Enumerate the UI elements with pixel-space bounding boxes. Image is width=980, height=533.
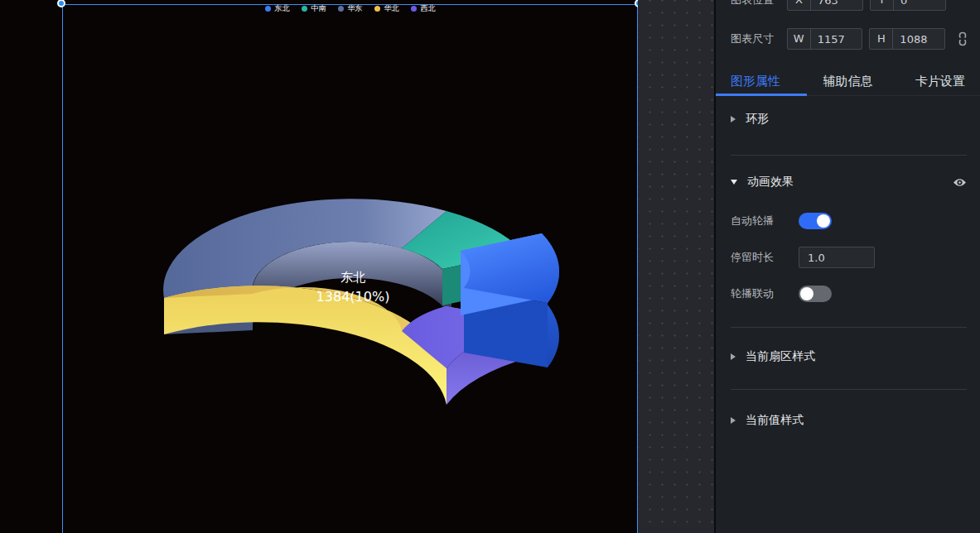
toggle-knob xyxy=(800,287,813,300)
legend-dot-icon xyxy=(302,6,307,12)
tab-card-settings[interactable]: 卡片设置 xyxy=(915,74,965,89)
chevron-right-icon xyxy=(731,116,736,122)
section-ring-label: 环形 xyxy=(746,112,769,127)
properties-panel: 图表位置 X Y 图表尺寸 W H xyxy=(714,0,980,533)
toggle-knob xyxy=(817,214,830,228)
legend-label: 西北 xyxy=(421,3,436,14)
size-h-tag: H xyxy=(870,29,893,49)
section-animation-label: 动画效果 xyxy=(747,175,794,190)
position-y-box: Y xyxy=(870,0,946,11)
section-ring[interactable]: 环形 xyxy=(716,108,980,131)
legend-item-huadong[interactable]: 华东 xyxy=(338,3,363,14)
dwell-time-field: 停留时长 xyxy=(716,246,980,269)
chart-size-label: 图表尺寸 xyxy=(731,31,787,46)
section-current-sector-style[interactable]: 当前扇区样式 xyxy=(716,345,980,368)
section-current-value-style[interactable]: 当前值样式 xyxy=(716,409,980,432)
chevron-right-icon xyxy=(731,353,736,360)
legend-item-huabei[interactable]: 华北 xyxy=(374,3,399,14)
section-current-sector-label: 当前扇区样式 xyxy=(746,349,815,364)
dwell-time-label: 停留时长 xyxy=(731,250,799,265)
legend-dot-icon xyxy=(338,6,344,12)
position-y-input[interactable] xyxy=(894,0,944,7)
editor-stage: 东北 1384(10%) 东北 中南 华东 华北 xyxy=(0,0,980,533)
chevron-right-icon xyxy=(731,417,736,424)
size-h-box: H xyxy=(869,28,945,50)
divider xyxy=(731,389,967,390)
size-w-tag: W xyxy=(788,29,811,49)
eye-visibility-icon[interactable] xyxy=(953,177,967,188)
active-tab-underline xyxy=(716,94,807,96)
tab-auxiliary-info[interactable]: 辅助信息 xyxy=(823,74,873,89)
legend-label: 中南 xyxy=(311,3,326,14)
carousel-link-label: 轮播联动 xyxy=(731,286,799,301)
tab-graphic-properties[interactable]: 图形属性 xyxy=(731,74,780,89)
size-w-box: W xyxy=(787,28,863,50)
legend-item-dongbei[interactable]: 东北 xyxy=(265,3,290,14)
position-x-box: X xyxy=(787,0,863,11)
size-w-input[interactable] xyxy=(811,33,861,46)
legend-label: 华东 xyxy=(348,3,363,14)
widget-selection-box[interactable] xyxy=(62,4,638,533)
panel-tab-bar: 图形属性 辅助信息 卡片设置 xyxy=(716,67,980,96)
legend-dot-icon xyxy=(374,6,380,12)
auto-carousel-label: 自动轮播 xyxy=(731,214,799,228)
position-x-input[interactable] xyxy=(811,0,861,7)
legend-dot-icon xyxy=(411,6,417,12)
divider xyxy=(731,155,967,156)
carousel-link-field: 轮播联动 xyxy=(716,282,980,305)
size-h-input[interactable] xyxy=(893,33,943,46)
legend-item-xibei[interactable]: 西北 xyxy=(411,3,436,14)
carousel-link-toggle[interactable] xyxy=(799,286,832,302)
chart-position-row: 图表位置 X Y xyxy=(716,0,980,11)
legend-label: 华北 xyxy=(384,3,399,14)
section-animation[interactable]: 动画效果 xyxy=(716,170,980,194)
chart-legend: 东北 中南 华东 华北 西北 xyxy=(62,3,638,14)
position-y-tag: Y xyxy=(871,0,894,10)
auto-carousel-field: 自动轮播 xyxy=(716,209,980,233)
dwell-time-input[interactable] xyxy=(799,247,875,268)
legend-label: 东北 xyxy=(275,3,290,14)
aspect-ratio-link-icon[interactable] xyxy=(957,31,968,46)
workspace-background xyxy=(638,0,714,533)
position-x-tag: X xyxy=(788,0,811,10)
divider xyxy=(731,327,967,328)
chart-size-row: 图表尺寸 W H xyxy=(716,28,980,50)
chart-position-label: 图表位置 xyxy=(731,0,787,7)
auto-carousel-toggle[interactable] xyxy=(799,213,832,229)
legend-dot-icon xyxy=(265,6,271,12)
legend-item-zhongnan[interactable]: 中南 xyxy=(302,3,326,14)
dashboard-canvas[interactable]: 东北 1384(10%) 东北 中南 华东 华北 xyxy=(0,0,638,533)
section-current-value-label: 当前值样式 xyxy=(746,413,804,428)
chevron-down-icon xyxy=(731,180,737,185)
